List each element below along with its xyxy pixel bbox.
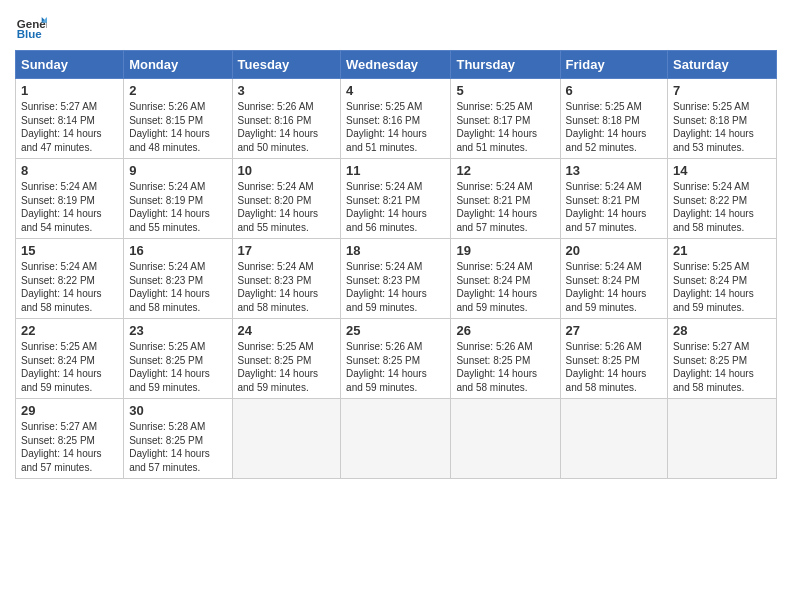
day-number: 14 [673,163,771,178]
calendar-cell: 26 Sunrise: 5:26 AMSunset: 8:25 PMDaylig… [451,319,560,399]
calendar-cell [451,399,560,479]
day-number: 9 [129,163,226,178]
cell-info: Sunrise: 5:27 AMSunset: 8:14 PMDaylight:… [21,101,102,153]
day-number: 24 [238,323,336,338]
cell-info: Sunrise: 5:25 AMSunset: 8:16 PMDaylight:… [346,101,427,153]
calendar-cell: 25 Sunrise: 5:26 AMSunset: 8:25 PMDaylig… [341,319,451,399]
cell-info: Sunrise: 5:24 AMSunset: 8:19 PMDaylight:… [129,181,210,233]
cell-info: Sunrise: 5:25 AMSunset: 8:24 PMDaylight:… [21,341,102,393]
day-number: 21 [673,243,771,258]
day-number: 7 [673,83,771,98]
calendar-cell [668,399,777,479]
calendar-cell [232,399,341,479]
day-number: 20 [566,243,662,258]
calendar-cell: 16 Sunrise: 5:24 AMSunset: 8:23 PMDaylig… [124,239,232,319]
cell-info: Sunrise: 5:24 AMSunset: 8:23 PMDaylight:… [238,261,319,313]
calendar-week-4: 22 Sunrise: 5:25 AMSunset: 8:24 PMDaylig… [16,319,777,399]
day-number: 13 [566,163,662,178]
cell-info: Sunrise: 5:25 AMSunset: 8:18 PMDaylight:… [566,101,647,153]
calendar-cell: 30 Sunrise: 5:28 AMSunset: 8:25 PMDaylig… [124,399,232,479]
day-number: 6 [566,83,662,98]
column-header-monday: Monday [124,51,232,79]
calendar-cell: 18 Sunrise: 5:24 AMSunset: 8:23 PMDaylig… [341,239,451,319]
logo: General Blue [15,10,47,42]
calendar-cell: 2 Sunrise: 5:26 AMSunset: 8:15 PMDayligh… [124,79,232,159]
cell-info: Sunrise: 5:24 AMSunset: 8:21 PMDaylight:… [346,181,427,233]
calendar-cell: 13 Sunrise: 5:24 AMSunset: 8:21 PMDaylig… [560,159,667,239]
cell-info: Sunrise: 5:24 AMSunset: 8:23 PMDaylight:… [346,261,427,313]
calendar-week-3: 15 Sunrise: 5:24 AMSunset: 8:22 PMDaylig… [16,239,777,319]
svg-text:Blue: Blue [17,28,43,40]
calendar-cell: 21 Sunrise: 5:25 AMSunset: 8:24 PMDaylig… [668,239,777,319]
calendar-cell: 1 Sunrise: 5:27 AMSunset: 8:14 PMDayligh… [16,79,124,159]
cell-info: Sunrise: 5:25 AMSunset: 8:18 PMDaylight:… [673,101,754,153]
calendar-cell: 23 Sunrise: 5:25 AMSunset: 8:25 PMDaylig… [124,319,232,399]
day-number: 1 [21,83,118,98]
cell-info: Sunrise: 5:25 AMSunset: 8:25 PMDaylight:… [129,341,210,393]
column-header-saturday: Saturday [668,51,777,79]
day-number: 8 [21,163,118,178]
cell-info: Sunrise: 5:27 AMSunset: 8:25 PMDaylight:… [673,341,754,393]
calendar-cell: 14 Sunrise: 5:24 AMSunset: 8:22 PMDaylig… [668,159,777,239]
day-number: 17 [238,243,336,258]
cell-info: Sunrise: 5:24 AMSunset: 8:21 PMDaylight:… [456,181,537,233]
cell-info: Sunrise: 5:24 AMSunset: 8:24 PMDaylight:… [566,261,647,313]
cell-info: Sunrise: 5:24 AMSunset: 8:19 PMDaylight:… [21,181,102,233]
cell-info: Sunrise: 5:24 AMSunset: 8:22 PMDaylight:… [673,181,754,233]
day-number: 23 [129,323,226,338]
day-number: 4 [346,83,445,98]
calendar-cell: 19 Sunrise: 5:24 AMSunset: 8:24 PMDaylig… [451,239,560,319]
calendar-cell: 3 Sunrise: 5:26 AMSunset: 8:16 PMDayligh… [232,79,341,159]
calendar-cell: 22 Sunrise: 5:25 AMSunset: 8:24 PMDaylig… [16,319,124,399]
day-number: 12 [456,163,554,178]
cell-info: Sunrise: 5:26 AMSunset: 8:15 PMDaylight:… [129,101,210,153]
calendar-cell: 6 Sunrise: 5:25 AMSunset: 8:18 PMDayligh… [560,79,667,159]
cell-info: Sunrise: 5:24 AMSunset: 8:23 PMDaylight:… [129,261,210,313]
day-number: 25 [346,323,445,338]
calendar-cell [341,399,451,479]
cell-info: Sunrise: 5:25 AMSunset: 8:17 PMDaylight:… [456,101,537,153]
day-number: 2 [129,83,226,98]
calendar-week-2: 8 Sunrise: 5:24 AMSunset: 8:19 PMDayligh… [16,159,777,239]
column-header-thursday: Thursday [451,51,560,79]
column-header-tuesday: Tuesday [232,51,341,79]
cell-info: Sunrise: 5:27 AMSunset: 8:25 PMDaylight:… [21,421,102,473]
calendar-cell: 27 Sunrise: 5:26 AMSunset: 8:25 PMDaylig… [560,319,667,399]
column-header-friday: Friday [560,51,667,79]
day-number: 19 [456,243,554,258]
day-number: 16 [129,243,226,258]
day-number: 22 [21,323,118,338]
calendar-cell: 20 Sunrise: 5:24 AMSunset: 8:24 PMDaylig… [560,239,667,319]
day-number: 5 [456,83,554,98]
column-header-sunday: Sunday [16,51,124,79]
column-header-wednesday: Wednesday [341,51,451,79]
cell-info: Sunrise: 5:25 AMSunset: 8:24 PMDaylight:… [673,261,754,313]
header: General Blue [15,10,777,42]
calendar-cell: 15 Sunrise: 5:24 AMSunset: 8:22 PMDaylig… [16,239,124,319]
cell-info: Sunrise: 5:24 AMSunset: 8:20 PMDaylight:… [238,181,319,233]
calendar-cell: 9 Sunrise: 5:24 AMSunset: 8:19 PMDayligh… [124,159,232,239]
cell-info: Sunrise: 5:28 AMSunset: 8:25 PMDaylight:… [129,421,210,473]
cell-info: Sunrise: 5:26 AMSunset: 8:16 PMDaylight:… [238,101,319,153]
cell-info: Sunrise: 5:26 AMSunset: 8:25 PMDaylight:… [456,341,537,393]
day-number: 28 [673,323,771,338]
calendar-cell: 17 Sunrise: 5:24 AMSunset: 8:23 PMDaylig… [232,239,341,319]
logo-icon: General Blue [15,10,47,42]
calendar-cell: 10 Sunrise: 5:24 AMSunset: 8:20 PMDaylig… [232,159,341,239]
cell-info: Sunrise: 5:24 AMSunset: 8:24 PMDaylight:… [456,261,537,313]
calendar-cell: 24 Sunrise: 5:25 AMSunset: 8:25 PMDaylig… [232,319,341,399]
cell-info: Sunrise: 5:26 AMSunset: 8:25 PMDaylight:… [566,341,647,393]
calendar-week-1: 1 Sunrise: 5:27 AMSunset: 8:14 PMDayligh… [16,79,777,159]
day-number: 15 [21,243,118,258]
day-number: 18 [346,243,445,258]
day-number: 27 [566,323,662,338]
calendar-header-row: SundayMondayTuesdayWednesdayThursdayFrid… [16,51,777,79]
calendar-cell [560,399,667,479]
day-number: 29 [21,403,118,418]
calendar-cell: 8 Sunrise: 5:24 AMSunset: 8:19 PMDayligh… [16,159,124,239]
calendar-cell: 28 Sunrise: 5:27 AMSunset: 8:25 PMDaylig… [668,319,777,399]
cell-info: Sunrise: 5:24 AMSunset: 8:21 PMDaylight:… [566,181,647,233]
calendar-week-5: 29 Sunrise: 5:27 AMSunset: 8:25 PMDaylig… [16,399,777,479]
day-number: 3 [238,83,336,98]
cell-info: Sunrise: 5:25 AMSunset: 8:25 PMDaylight:… [238,341,319,393]
